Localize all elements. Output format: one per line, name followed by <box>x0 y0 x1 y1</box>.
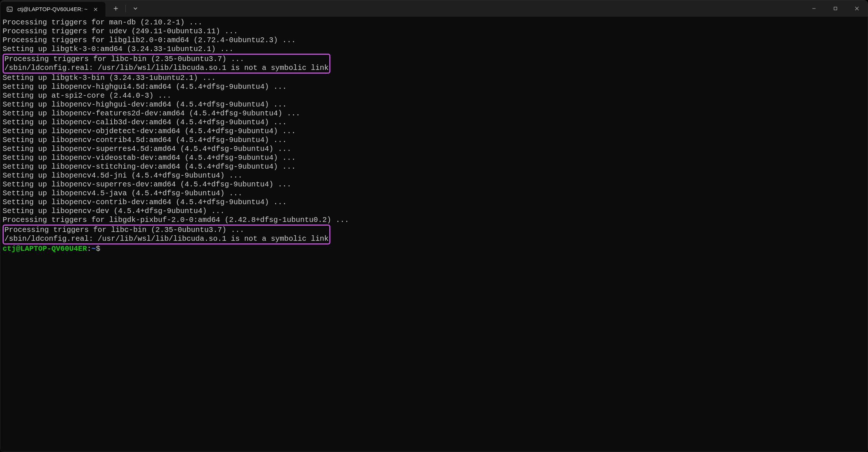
output-line: Setting up libgtk-3-0:amd64 (3.24.33-1ub… <box>3 45 865 54</box>
terminal-window: ctj@LAPTOP-QV60U4ER: ~ <box>0 0 868 452</box>
terminal-content[interactable]: Processing triggers for man-db (2.10.2-1… <box>0 17 868 452</box>
output-line: Setting up libopencv-stitching-dev:amd64… <box>3 162 865 171</box>
output-line: Setting up libopencv-videostab-dev:amd64… <box>3 154 865 162</box>
titlebar-drag-area[interactable] <box>143 0 803 17</box>
tab-active[interactable]: ctj@LAPTOP-QV60U4ER: ~ <box>0 2 105 17</box>
output-line: Setting up at-spi2-core (2.44.0-3) ... <box>3 91 865 100</box>
close-button[interactable] <box>846 0 868 17</box>
prompt-colon: : <box>87 244 91 253</box>
output-line: Setting up libopencv-contrib4.5d:amd64 (… <box>3 136 865 145</box>
tab-close-button[interactable] <box>92 6 100 13</box>
output-line: Setting up libopencv-superres4.5d:amd64 … <box>3 145 865 154</box>
maximize-button[interactable] <box>825 0 846 17</box>
output-line: Setting up libgtk-3-bin (3.24.33-1ubuntu… <box>3 74 865 82</box>
output-line: Processing triggers for man-db (2.10.2-1… <box>3 18 865 27</box>
output-line: Processing triggers for libc-bin (2.35-0… <box>4 55 329 64</box>
prompt-dollar: $ <box>96 244 100 253</box>
window-controls <box>803 0 868 17</box>
svg-rect-1 <box>834 7 837 10</box>
output-line: Setting up libopencv-features2d-dev:amd6… <box>3 109 865 118</box>
titlebar: ctj@LAPTOP-QV60U4ER: ~ <box>0 0 868 17</box>
divider <box>125 5 126 12</box>
output-line: Processing triggers for libglib2.0-0:amd… <box>3 36 865 45</box>
output-line: Processing triggers for libc-bin (2.35-0… <box>4 226 329 235</box>
highlighted-region-2: Processing triggers for libc-bin (2.35-0… <box>3 225 330 244</box>
output-line: Setting up libopencv-calib3d-dev:amd64 (… <box>3 118 865 127</box>
tab-title: ctj@LAPTOP-QV60U4ER: ~ <box>17 6 88 13</box>
output-line: Processing triggers for libgdk-pixbuf-2.… <box>3 216 865 225</box>
new-tab-button[interactable] <box>108 0 123 17</box>
output-line: /sbin/ldconfig.real: /usr/lib/wsl/lib/li… <box>4 235 329 243</box>
prompt-line: ctj@LAPTOP-QV60U4ER:~$ <box>3 244 865 253</box>
output-line: Setting up libopencv4.5-java (4.5.4+dfsg… <box>3 189 865 198</box>
output-line: Setting up libopencv-dev (4.5.4+dfsg-9ub… <box>3 207 865 216</box>
highlighted-region-1: Processing triggers for libc-bin (2.35-0… <box>3 54 330 74</box>
tab-dropdown-button[interactable] <box>128 0 143 17</box>
terminal-icon <box>6 6 13 13</box>
prompt-path: ~ <box>91 244 96 253</box>
output-line: Setting up libopencv4.5d-jni (4.5.4+dfsg… <box>3 171 865 180</box>
output-line: Setting up libopencv-contrib-dev:amd64 (… <box>3 198 865 207</box>
output-line: /sbin/ldconfig.real: /usr/lib/wsl/lib/li… <box>4 64 329 72</box>
output-line: Setting up libopencv-objdetect-dev:amd64… <box>3 127 865 136</box>
output-line: Setting up libopencv-superres-dev:amd64 … <box>3 180 865 189</box>
prompt-user-host: ctj@LAPTOP-QV60U4ER <box>3 244 87 253</box>
output-line: Processing triggers for udev (249.11-0ub… <box>3 27 865 36</box>
output-line: Setting up libopencv-highgui-dev:amd64 (… <box>3 100 865 109</box>
output-line: Setting up libopencv-highgui4.5d:amd64 (… <box>3 82 865 91</box>
titlebar-actions <box>105 0 143 17</box>
minimize-button[interactable] <box>803 0 825 17</box>
svg-rect-0 <box>7 7 12 11</box>
